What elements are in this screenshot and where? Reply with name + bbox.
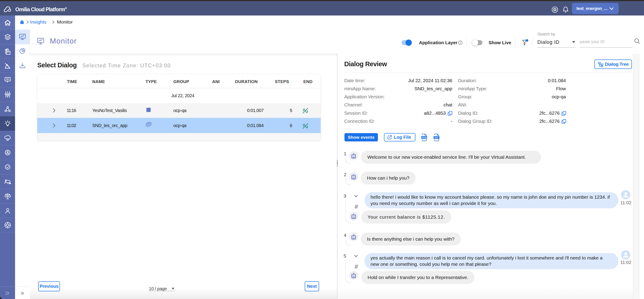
svg-text:JSON: JSON: [422, 137, 427, 139]
svg-text:RTF: RTF: [435, 137, 438, 139]
